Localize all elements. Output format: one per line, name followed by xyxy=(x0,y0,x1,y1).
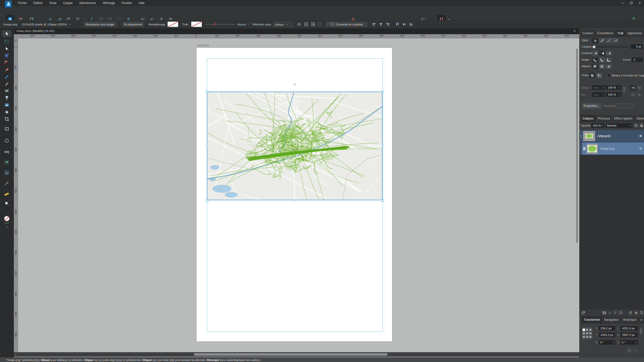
stroke-width-slider-track[interactable] xyxy=(593,47,629,47)
end-style-dropdown[interactable]: ——▾ xyxy=(592,92,605,97)
hide-selection-while-dragging-button[interactable] xyxy=(310,22,316,27)
stroke-front-fill-button[interactable] xyxy=(596,73,602,78)
menu-selectionner[interactable]: Sélectionner xyxy=(76,0,99,6)
pressure-field[interactable] xyxy=(615,103,634,108)
tab-navigateur[interactable]: Navigateur xyxy=(602,316,621,323)
handle-bottom-left[interactable] xyxy=(206,199,208,202)
map-image[interactable]: Rennes xyxy=(207,92,383,200)
fx-icon[interactable]: fx xyxy=(613,311,618,314)
add-layer-icon[interactable] xyxy=(628,311,633,314)
fill-swatch[interactable] xyxy=(168,22,178,27)
align-bottom-button[interactable] xyxy=(408,22,414,27)
properties-button[interactable]: Propriétés... xyxy=(582,103,602,109)
rotation-handle[interactable] xyxy=(294,83,296,86)
tab-pinceaux[interactable]: Pinceaux xyxy=(596,115,612,122)
start-place-on-button[interactable] xyxy=(630,85,636,90)
n-only-button[interactable]: N uniquement xyxy=(122,22,144,27)
enable-transform-origin-button[interactable] xyxy=(303,22,309,27)
transparency-tool[interactable] xyxy=(2,94,11,101)
align-middle-button[interactable] xyxy=(401,22,407,27)
handle-mid-left[interactable] xyxy=(206,145,208,147)
canvas[interactable]: Artboard1 Rennes xyxy=(18,38,579,352)
tab-trait[interactable]: Trait xyxy=(615,30,625,37)
auto-select-dropdown[interactable]: Défaut▾ xyxy=(273,22,292,27)
layer-lock-icon[interactable] xyxy=(640,123,643,127)
menu-texte[interactable]: Texte xyxy=(46,0,60,6)
v-scrollbar-thumb[interactable] xyxy=(576,49,578,243)
menu-aide[interactable]: Aide xyxy=(135,0,148,6)
v-ruler[interactable]: 0500100015002000250030003500400045005000… xyxy=(14,38,18,352)
align-top-button[interactable] xyxy=(394,22,401,27)
ellipse-tool[interactable] xyxy=(2,137,11,144)
cap-square-button[interactable] xyxy=(599,51,605,56)
cap-round-button[interactable] xyxy=(592,51,598,56)
layer-visibility-dot[interactable] xyxy=(639,135,642,137)
layer-row-artboard[interactable]: #▾ Artboard1 xyxy=(580,130,644,142)
stroke-align-outside-button[interactable] xyxy=(606,64,612,69)
menu-calque[interactable]: Calque xyxy=(60,0,76,6)
tab-calques[interactable]: Calques xyxy=(581,115,596,122)
stroke-width-slider-knob[interactable] xyxy=(593,46,595,48)
panel-menu-icon[interactable]: ≡ xyxy=(638,316,644,323)
vector-brush-tool[interactable] xyxy=(2,80,11,87)
anchor-point-selector[interactable] xyxy=(582,327,593,339)
tab-couleur[interactable]: Couleur xyxy=(581,30,595,37)
miter-field[interactable]: 2 xyxy=(632,57,643,62)
transform-mode-chevron[interactable]: ▾ xyxy=(634,347,638,353)
scroll-left-icon[interactable]: ◂ xyxy=(15,353,16,356)
handle-bottom-right[interactable] xyxy=(382,199,384,202)
link-start-end-icon[interactable] xyxy=(623,87,626,93)
shear-dropdown[interactable]: 0 °▾ xyxy=(620,340,638,345)
document-close-icon[interactable]: ✕ xyxy=(573,29,576,33)
artboard-row-gutter[interactable]: #▾ xyxy=(580,134,583,138)
w-field[interactable]: 4251,6 px xyxy=(620,326,638,331)
pen-tool[interactable] xyxy=(2,66,11,73)
stroke-width-slider[interactable] xyxy=(205,24,235,24)
handle-bottom-center[interactable] xyxy=(294,199,296,202)
start-size-dropdown[interactable]: 100 %▾ xyxy=(606,85,621,90)
checker-icon[interactable]: ▦ xyxy=(633,311,639,314)
handle-top-left[interactable] xyxy=(206,91,208,93)
layer-settings-gear-icon[interactable] xyxy=(634,123,638,128)
handle-top-center[interactable] xyxy=(294,91,296,93)
palette-expand-chevron[interactable]: ▾ xyxy=(2,225,11,229)
convert-to-curves-button[interactable]: Convertir en courbes xyxy=(326,22,367,27)
tab-styles[interactable]: Styles xyxy=(634,115,644,122)
stroke-style-brush-button[interactable] xyxy=(613,38,619,43)
stroke-style-dash-button[interactable] xyxy=(606,38,612,43)
trash-icon[interactable] xyxy=(639,311,644,314)
show-alignment-handles-button[interactable] xyxy=(317,22,323,27)
align-left-button[interactable] xyxy=(371,22,377,27)
stroke-align-center-button[interactable] xyxy=(592,64,598,69)
app-logo-icon[interactable] xyxy=(5,1,12,7)
stroke-style-solid-button[interactable] xyxy=(599,38,605,43)
group-layers-icon[interactable] xyxy=(581,311,586,315)
adjustment-layer-icon[interactable]: ◐ xyxy=(607,311,613,315)
zoom-tool[interactable] xyxy=(2,200,11,207)
tab-echantillons[interactable]: Échantillons xyxy=(595,30,616,37)
handle-top-right[interactable] xyxy=(382,91,384,93)
cap-butt-button[interactable] xyxy=(606,51,612,56)
menu-fenetre[interactable]: Fenêtre xyxy=(118,0,135,6)
swap-start-end-button[interactable] xyxy=(630,92,636,97)
auto-select-checkbox[interactable]: ✓ xyxy=(248,23,251,26)
tab-effets-rapides[interactable]: Effets rapides xyxy=(612,115,634,122)
shape-builder-tool[interactable] xyxy=(2,108,11,115)
crop-tool[interactable] xyxy=(2,115,11,122)
smart-shape-tool[interactable] xyxy=(2,159,11,166)
stroke-swatch[interactable] xyxy=(191,22,202,27)
join-miter-button[interactable] xyxy=(606,57,612,62)
opacity-dropdown[interactable]: 100 %▾ xyxy=(591,123,604,128)
color-selector[interactable] xyxy=(2,214,11,224)
rotation-dropdown[interactable]: 0 °▾ xyxy=(599,340,615,345)
layer-row-image[interactable]: Image.png xyxy=(580,142,644,155)
move-tool[interactable] xyxy=(2,30,11,37)
layer-visibility-dot[interactable] xyxy=(639,147,642,150)
menu-affichage[interactable]: Affichage xyxy=(99,0,118,6)
panel-grip[interactable]: | | xyxy=(580,316,582,323)
fill-tool[interactable] xyxy=(2,87,11,94)
y-field[interactable]: 1032,2 px xyxy=(599,333,615,337)
point-transform-tool[interactable] xyxy=(2,52,11,59)
mask-layer-icon[interactable] xyxy=(602,311,607,314)
stroke-width-field[interactable]: 0 pt xyxy=(631,44,643,49)
